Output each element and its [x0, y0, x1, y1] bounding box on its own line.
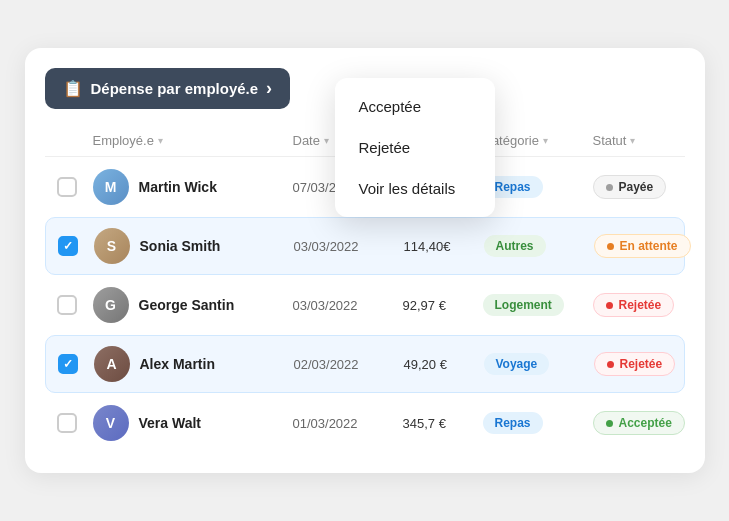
employee-cell: G George Santin: [93, 287, 293, 323]
category-cell: Repas: [483, 176, 593, 198]
header-row: 📋 Dépense par employé.e › Acceptée Rejet…: [45, 68, 685, 109]
col-checkbox: [57, 133, 93, 148]
status-dot: [607, 361, 614, 368]
amount-cell: 114,40€: [404, 239, 484, 254]
status-cell: Payée: [593, 175, 703, 199]
category-badge: Voyage: [484, 353, 550, 375]
row-checkbox[interactable]: [57, 413, 77, 433]
dropdown-item-rejetee[interactable]: Rejetée: [335, 127, 495, 168]
sort-employee-icon: ▾: [158, 135, 163, 146]
table-row[interactable]: S Sonia Smith 03/03/2022 114,40€ Autres …: [45, 217, 685, 275]
status-dot: [606, 302, 613, 309]
chevron-right-icon: ›: [266, 78, 272, 99]
date-cell: 03/03/2022: [293, 298, 403, 313]
category-cell: Voyage: [484, 353, 594, 375]
header-button-label: Dépense par employé.e: [91, 80, 259, 97]
sort-status-icon: ▾: [630, 135, 635, 146]
avatar: A: [94, 346, 130, 382]
employee-cell: V Vera Walt: [93, 405, 293, 441]
avatar: V: [93, 405, 129, 441]
date-cell: 02/03/2022: [294, 357, 404, 372]
table-row[interactable]: V Vera Walt 01/03/2022 345,7 € Repas Acc…: [45, 395, 685, 451]
main-container: 📋 Dépense par employé.e › Acceptée Rejet…: [25, 48, 705, 473]
employee-name: Alex Martin: [140, 356, 215, 372]
status-cell: Rejetée: [594, 352, 704, 376]
category-badge: Autres: [484, 235, 546, 257]
status-cell: Acceptée: [593, 411, 703, 435]
row-checkbox[interactable]: [58, 236, 78, 256]
avatar: G: [93, 287, 129, 323]
amount-cell: 92,97 €: [403, 298, 483, 313]
category-badge: Repas: [483, 412, 543, 434]
avatar: S: [94, 228, 130, 264]
sort-date-icon: ▾: [324, 135, 329, 146]
date-cell: 01/03/2022: [293, 416, 403, 431]
dropdown-item-acceptee[interactable]: Acceptée: [335, 86, 495, 127]
amount-cell: 345,7 €: [403, 416, 483, 431]
row-checkbox[interactable]: [57, 295, 77, 315]
category-cell: Repas: [483, 412, 593, 434]
table-row[interactable]: A Alex Martin 02/03/2022 49,20 € Voyage …: [45, 335, 685, 393]
row-checkbox[interactable]: [57, 177, 77, 197]
col-employee[interactable]: Employé.e ▾: [93, 133, 293, 148]
status-dot: [606, 420, 613, 427]
col-status[interactable]: Statut ▾: [593, 133, 703, 148]
employee-cell: A Alex Martin: [94, 346, 294, 382]
employee-cell: M Martin Wick: [93, 169, 293, 205]
status-badge: En attente: [594, 234, 691, 258]
employee-name: George Santin: [139, 297, 235, 313]
row-checkbox[interactable]: [58, 354, 78, 374]
depense-par-employe-button[interactable]: 📋 Dépense par employé.e ›: [45, 68, 291, 109]
status-badge: Rejetée: [593, 293, 675, 317]
status-dot: [606, 184, 613, 191]
status-badge: Payée: [593, 175, 667, 199]
status-dot: [607, 243, 614, 250]
category-cell: Autres: [484, 235, 594, 257]
table-row[interactable]: G George Santin 03/03/2022 92,97 € Logem…: [45, 277, 685, 333]
date-cell: 03/03/2022: [294, 239, 404, 254]
employee-name: Vera Walt: [139, 415, 202, 431]
category-cell: Logement: [483, 294, 593, 316]
chart-icon: 📋: [63, 79, 83, 98]
status-badge: Acceptée: [593, 411, 685, 435]
category-badge: Logement: [483, 294, 564, 316]
employee-name: Sonia Smith: [140, 238, 221, 254]
col-category[interactable]: Catégorie ▾: [483, 133, 593, 148]
amount-cell: 49,20 €: [404, 357, 484, 372]
employee-name: Martin Wick: [139, 179, 217, 195]
status-cell: Rejetée: [593, 293, 703, 317]
employee-cell: S Sonia Smith: [94, 228, 294, 264]
dropdown-menu: Acceptée Rejetée Voir les détails: [335, 78, 495, 217]
sort-category-icon: ▾: [543, 135, 548, 146]
status-cell: En attente: [594, 234, 704, 258]
dropdown-item-details[interactable]: Voir les détails: [335, 168, 495, 209]
status-badge: Rejetée: [594, 352, 676, 376]
avatar: M: [93, 169, 129, 205]
